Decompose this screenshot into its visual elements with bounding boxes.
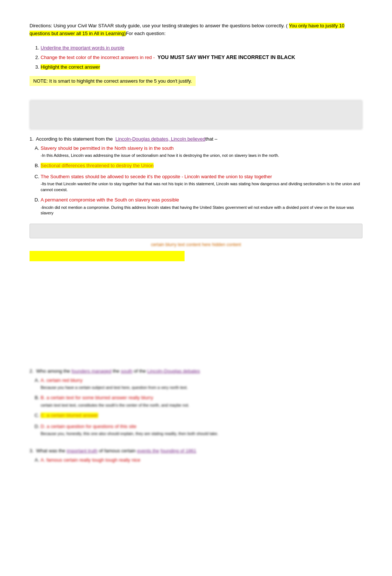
instructions-list: Underline the important words in purple … [41,44,362,71]
spacer-1 [30,265,362,346]
student-info-box [30,100,362,130]
directions-text: Directions: Using your Civil War STAAR s… [30,22,362,38]
answer-2b-text: B. a certain text for some blurred answe… [41,395,153,400]
answer-1c-explanation: -Its true that Lincoln wanted the union … [41,181,362,193]
question-2-text: 2. Who among the founders managed the so… [30,368,362,374]
instruction-black: YOU MUST SAY WHY THEY ARE INCORRECT IN B… [158,54,295,60]
answer-3a-text: A. famous certain really tough tough rea… [41,457,140,463]
answer-2a-text: A. certain red blurry [41,377,82,383]
lincoln-douglas-link: Lincoln-Douglas debates [116,136,168,142]
note-text: NOTE: It is smart to highlight the corre… [30,76,196,86]
answer-1d-text: A permanent compromise with the South on… [41,197,179,203]
answer-1a-text: Slavery should be permitted in the North… [41,145,174,151]
question-3: 3. What was the important truth of famou… [30,448,362,464]
instruction-highlight: Highlight the correct answer [41,64,100,70]
instruction-red: Change the text color of the incorrect a… [41,55,155,60]
answer-2a-explanation: Because you have a certain subject and t… [41,385,362,390]
blurred-text-1: certain blurry text content here hidden … [30,242,362,247]
instruction-3: Highlight the correct answer [41,63,362,71]
note-container: NOTE: It is smart to highlight the corre… [30,76,362,93]
answer-1d-explanation: -lincoln did not mention a compromise. D… [41,205,362,216]
answer-2d-explanation: Because you, honestly, this one also sho… [41,431,362,437]
question-1-answers: Slavery should be permitted in the North… [41,145,362,216]
answer-2c-text: C. a certain blurred answer [41,413,98,418]
instruction-underline: Underline the important words in purple [41,45,124,51]
instruction-2: Change the text color of the incorrect a… [41,54,362,61]
yellow-highlight-bar [30,251,185,261]
question-3-answers: A. famous certain really tough tough rea… [41,456,362,464]
answer-1a: Slavery should be permitted in the North… [41,145,362,159]
answer-2b-explanation: certain text text text, constitutes the … [41,403,362,408]
answer-1c: The Southern states should be allowed to… [41,173,362,193]
answer-2b: B. a certain text for some blurred answe… [41,394,362,408]
question-1-text: 1. According to this statement from the … [30,136,362,142]
question-2: 2. Who among the founders managed the so… [30,368,362,437]
answer-1b-text: Sectional differences threatened to dest… [41,163,154,168]
answer-2d-text: D. a certain question for questions of t… [41,424,136,429]
answer-1b-label: Sectional differences threatened to dest… [41,163,154,168]
highlight-justify: You only have to justify 10 questions bu… [30,23,344,36]
answer-1a-explanation: -In this Address, Lincoln was addressing… [41,153,362,158]
question-3-text: 3. What was the important truth of famou… [30,448,362,453]
answer-2d: D. a certain question for questions of t… [41,423,362,437]
answer-2c: C. a certain blurred answer [41,412,362,419]
instruction-1: Underline the important words in purple [41,44,362,52]
answer-3a: A. famous certain really tough tough rea… [41,456,362,464]
directions-section: Directions: Using your Civil War STAAR s… [30,22,362,38]
blurred-box-1 [30,224,362,238]
answer-1d: A permanent compromise with the South on… [41,196,362,216]
question-2-answers: A. certain red blurry Because you have a… [41,377,362,437]
answer-2a: A. certain red blurry Because you have a… [41,377,362,391]
blurred-divider-box: certain blurry text content here hidden … [30,224,362,247]
question-1: 1. According to this statement from the … [30,136,362,216]
answer-1b: Sectional differences threatened to dest… [41,162,362,169]
answer-1c-text: The Southern states should be allowed to… [41,174,272,179]
lincoln-believed-link: , Lincoln believed [168,136,205,142]
